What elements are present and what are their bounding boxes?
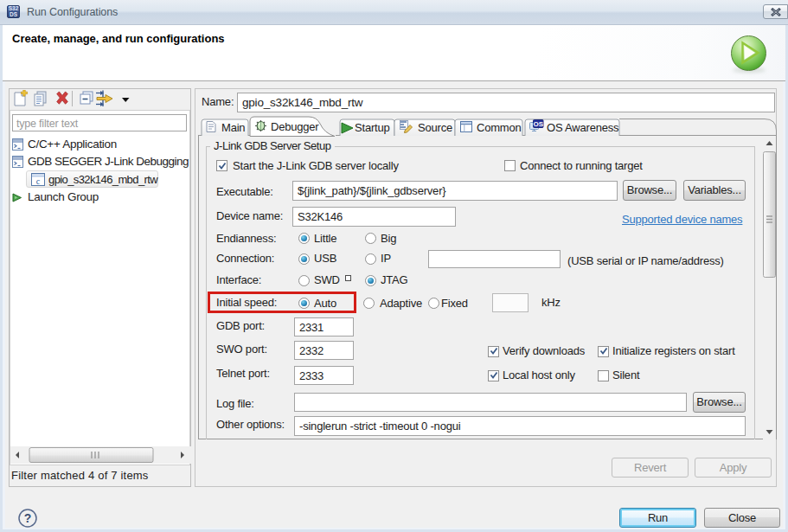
svg-text:c: c — [36, 176, 41, 186]
svg-text:?: ? — [24, 511, 32, 525]
svg-text:OS: OS — [534, 120, 544, 128]
